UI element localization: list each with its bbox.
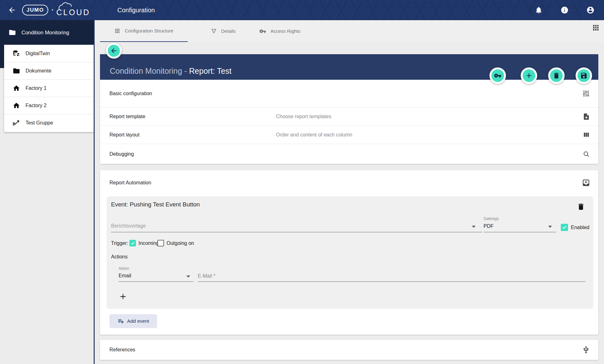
app-bar-left: JUMO · CLOUD Configuration <box>6 0 155 20</box>
check-icon <box>131 241 135 246</box>
detail-title: Condition Monitoring - Report: Test <box>110 66 232 76</box>
trigger-label: Trigger: <box>111 240 128 246</box>
jumo-logo: JUMO <box>22 5 48 15</box>
datatype-label: Datentyp <box>484 217 499 221</box>
sidebar-item-label: Dokumente <box>26 68 51 74</box>
account-button[interactable] <box>586 6 595 14</box>
app-bar-actions <box>535 0 595 20</box>
sidebar-item-dokumente[interactable]: Dokumente <box>4 62 94 79</box>
configuration-card: Basic configuration Report template Choo… <box>100 80 598 164</box>
info-icon <box>560 6 569 14</box>
row-secondary: Choose report templates <box>276 114 331 119</box>
delete-fab[interactable] <box>548 67 565 84</box>
plus-icon <box>525 72 533 80</box>
datatype-select[interactable]: PDF <box>484 223 494 229</box>
sidebar-item-label: Factory 2 <box>26 103 47 108</box>
arrow-back-icon <box>8 6 16 14</box>
section-title: References <box>109 347 135 353</box>
key-icon <box>494 72 501 79</box>
target-icon <box>13 119 20 127</box>
email-underline <box>198 281 585 282</box>
chevron-down-icon[interactable] <box>186 275 190 278</box>
section-title: Report Automation <box>109 180 151 186</box>
logo-separator: · <box>51 6 54 14</box>
tune-icon[interactable] <box>582 90 590 98</box>
action-type-select[interactable]: Email <box>119 273 131 279</box>
outgoing-checkbox[interactable] <box>157 240 164 246</box>
notifications-button[interactable] <box>535 6 543 14</box>
chevron-down-icon[interactable] <box>472 226 476 228</box>
sidebar-item-digitaltwin[interactable]: DigitalTwin <box>4 45 94 62</box>
chevron-down-icon[interactable] <box>548 226 552 228</box>
sidebar-item-factory-1[interactable]: Factory 1 <box>4 79 94 97</box>
trash-icon[interactable] <box>577 203 585 211</box>
sidebar-accent-strip <box>0 45 4 68</box>
usb-icon[interactable] <box>582 346 590 354</box>
app-bar: JUMO · CLOUD Configuration <box>0 0 604 20</box>
row-secondary: Order and content of each column <box>276 132 352 138</box>
search-icon[interactable] <box>583 150 590 158</box>
sidebar-divider <box>94 20 95 364</box>
sidebar-tree: DigitalTwin Dokumente Factory 1 Factory … <box>4 45 94 132</box>
tab-label: Configuration Structure <box>125 28 173 33</box>
app-back-button[interactable] <box>6 4 18 16</box>
report-template-select[interactable]: Berichtsvorlage <box>111 223 146 229</box>
tab-access-rights[interactable]: Access Rights <box>254 20 306 42</box>
tab-details[interactable]: Details <box>200 20 246 42</box>
save-fab[interactable] <box>576 67 592 84</box>
sidebar-item-label: Condition Monitoring <box>21 30 69 36</box>
row-basic-configuration[interactable]: Basic configuration <box>100 80 598 107</box>
add-event-label: Add event <box>127 318 149 324</box>
sidebar-item-factory-2[interactable]: Factory 2 <box>4 97 94 114</box>
columns-icon[interactable] <box>583 131 590 139</box>
page-title: Configuration <box>117 7 155 14</box>
plus-icon <box>119 292 127 301</box>
row-label: Basic configuration <box>109 91 152 96</box>
enabled-label: Enabled <box>571 225 589 230</box>
access-rights-fab[interactable] <box>490 67 506 84</box>
references-card[interactable]: References <box>100 340 598 360</box>
sidebar-item-condition-monitoring[interactable]: Condition Monitoring <box>0 20 94 45</box>
row-debugging[interactable]: Debugging <box>100 144 598 164</box>
digital-twin-icon <box>13 50 20 57</box>
apps-grid-button[interactable] <box>592 24 600 32</box>
check-icon <box>562 225 567 230</box>
row-label: Report template <box>109 114 145 119</box>
arrow-back-icon <box>110 47 118 55</box>
info-button[interactable] <box>560 6 569 14</box>
action-type-label: Aktion <box>119 266 129 271</box>
report-automation-card: Report Automation Event: Pushing Test Ev… <box>100 170 598 335</box>
folder-icon <box>13 67 20 75</box>
tab-bar: Configuration Structure Details Access R… <box>95 20 604 42</box>
detail-back-button[interactable] <box>106 43 122 59</box>
outgoing-label: Outgoing on <box>167 240 194 246</box>
home-icon <box>13 84 20 92</box>
add-event-button[interactable]: Add event <box>109 314 157 328</box>
grid-icon <box>114 28 120 34</box>
enabled-checkbox[interactable] <box>561 224 568 231</box>
account-icon <box>586 6 595 14</box>
row-report-layout[interactable]: Report layout Order and content of each … <box>100 125 598 144</box>
action-type-underline <box>119 281 193 282</box>
row-label: Report layout <box>109 132 139 138</box>
add-action-button[interactable] <box>117 291 129 302</box>
row-report-template[interactable]: Report template Choose report templates <box>100 107 598 125</box>
save-icon <box>580 72 588 79</box>
detail-title-emphasis: Report: Test <box>189 66 232 75</box>
grid-icon <box>592 24 600 32</box>
row-label: Debugging <box>109 151 134 157</box>
add-fab[interactable] <box>521 67 537 84</box>
incoming-label: Incoming <box>138 240 159 246</box>
email-field[interactable] <box>198 271 585 281</box>
key-icon <box>259 28 266 35</box>
cloud-logo: CLOUD <box>56 3 90 17</box>
jumo-logo-text: JUMO <box>26 7 44 13</box>
tab-configuration-structure[interactable]: Configuration Structure <box>100 20 188 42</box>
note-add-icon[interactable] <box>583 113 590 120</box>
incoming-checkbox[interactable] <box>129 240 136 246</box>
tab-label: Access Rights <box>270 28 300 34</box>
sidebar-item-test-gruppe[interactable]: Test Gruppe <box>4 114 94 131</box>
folder-icon <box>9 29 16 36</box>
inbox-download-icon[interactable] <box>582 179 590 187</box>
datatype-underline <box>484 232 556 232</box>
